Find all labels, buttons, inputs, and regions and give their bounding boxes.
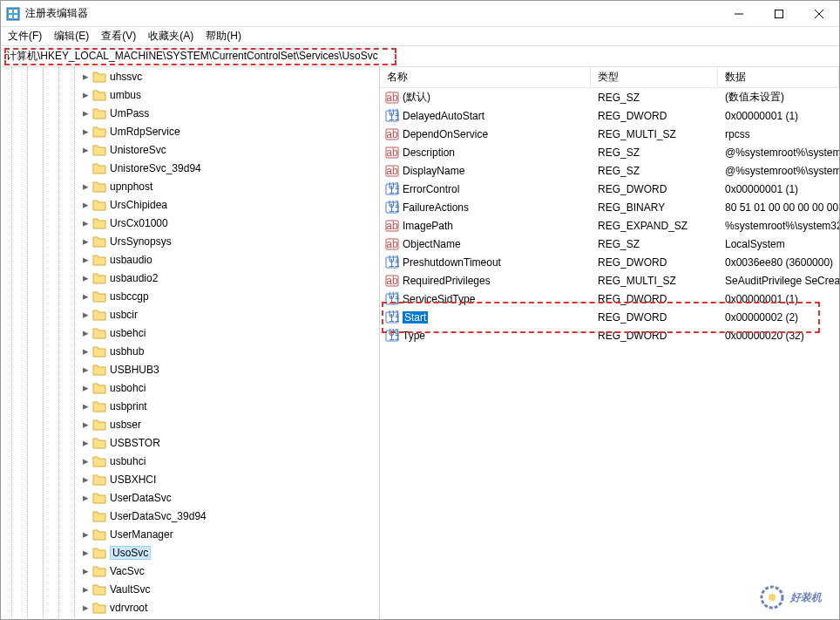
- tree-expand-icon[interactable]: ▸: [78, 381, 92, 394]
- tree-item[interactable]: ▸usbcir: [1, 305, 379, 324]
- tree-expand-icon[interactable]: ▸: [78, 308, 92, 321]
- value-row[interactable]: abDescriptionREG_SZ@%systemroot%\system3: [380, 143, 839, 161]
- address-input[interactable]: [1, 49, 839, 65]
- reg-binary-icon: 011110: [385, 255, 399, 269]
- tree-panel[interactable]: ▸uhssvc▸umbus▸UmPass▸UmRdpService▸Unisto…: [1, 67, 380, 620]
- tree-item[interactable]: ▸UrsChipidea: [1, 195, 379, 214]
- tree-expand-icon[interactable]: ▸: [78, 180, 92, 193]
- tree-item-label: USBXHCI: [110, 474, 156, 486]
- column-header-data[interactable]: 数据: [718, 67, 839, 87]
- tree-expand-icon[interactable]: ▸: [78, 363, 92, 376]
- value-type: REG_DWORD: [591, 293, 718, 305]
- tree-expand-icon[interactable]: ▸: [78, 290, 92, 303]
- tree-item[interactable]: ▸VaultSvc: [1, 580, 379, 598]
- column-header-name[interactable]: 名称: [380, 67, 591, 87]
- tree-item[interactable]: ▸UmPass: [1, 104, 379, 122]
- tree-item[interactable]: ▸usbohci: [1, 378, 379, 397]
- tree-expand-icon[interactable]: ▸: [78, 344, 92, 358]
- value-row[interactable]: abDependOnServiceREG_MULTI_SZrpcss: [380, 125, 839, 143]
- reg-binary-icon: 011110: [385, 109, 399, 123]
- column-header-type[interactable]: 类型: [591, 67, 718, 87]
- tree-item-label: USBHUB3: [110, 364, 159, 376]
- reg-string-icon: ab: [385, 274, 399, 288]
- values-panel: 名称 类型 数据 ab(默认)REG_SZ(数值未设置)011110Delaye…: [380, 67, 839, 620]
- value-row[interactable]: abObjectNameREG_SZLocalSystem: [380, 235, 839, 253]
- close-button[interactable]: [799, 1, 839, 27]
- menu-file[interactable]: 文件(F): [8, 29, 42, 44]
- maximize-button[interactable]: [759, 1, 799, 27]
- tree-expand-icon[interactable]: ▸: [78, 418, 92, 431]
- tree-item[interactable]: ▸VacSvc: [1, 562, 379, 580]
- value-data: 0x00000020 (32): [718, 330, 839, 342]
- value-row[interactable]: 011110ErrorControlREG_DWORD0x00000001 (1…: [380, 180, 839, 198]
- tree-item[interactable]: ▸UrsSynopsys: [1, 232, 379, 250]
- folder-icon: [92, 474, 106, 486]
- tree-item[interactable]: ▸usbhub: [1, 342, 379, 360]
- tree-expand-icon[interactable]: ▸: [78, 70, 92, 83]
- tree-item[interactable]: ▸USBXHCI: [1, 470, 379, 488]
- tree-expand-icon[interactable]: ▸: [78, 399, 92, 412]
- tree-item[interactable]: ▸UrsCx01000: [1, 214, 379, 232]
- value-row[interactable]: 011110FailureActionsREG_BINARY80 51 01 0…: [380, 198, 839, 216]
- tree-item[interactable]: ▸usbprint: [1, 397, 379, 415]
- tree-expand-icon[interactable]: ▸: [78, 583, 92, 596]
- tree-expand-icon[interactable]: ▸: [78, 88, 92, 101]
- tree-expand-icon[interactable]: ▸: [78, 198, 92, 211]
- tree-item[interactable]: ▸vdrvroot: [1, 598, 379, 617]
- tree-item[interactable]: ▸umbus: [1, 85, 379, 104]
- minimize-button[interactable]: [719, 1, 759, 27]
- tree-item-label: usbuhci: [110, 455, 146, 467]
- tree-item[interactable]: ▸upnphost: [1, 177, 379, 195]
- tree-item-label: umbus: [110, 89, 141, 101]
- menu-edit[interactable]: 编辑(E): [54, 29, 89, 44]
- value-row[interactable]: abRequiredPrivilegesREG_MULTI_SZSeAuditP…: [380, 271, 839, 290]
- menu-help[interactable]: 帮助(H): [206, 29, 241, 44]
- tree-expand-icon[interactable]: ▸: [78, 528, 92, 541]
- tree-item[interactable]: ▸UmRdpService: [1, 122, 379, 140]
- values-body[interactable]: ab(默认)REG_SZ(数值未设置)011110DelayedAutoStar…: [380, 88, 839, 620]
- tree-expand-icon[interactable]: ▸: [78, 564, 92, 577]
- tree-item[interactable]: ▸UserManager: [1, 525, 379, 543]
- tree-expand-icon[interactable]: ▸: [78, 436, 92, 449]
- tree-expand-icon[interactable]: ▸: [78, 216, 92, 229]
- tree-expand-icon[interactable]: ▸: [78, 454, 92, 467]
- value-row[interactable]: 011110StartREG_DWORD0x00000002 (2): [380, 308, 839, 326]
- tree-expand-icon[interactable]: ▸: [78, 546, 92, 559]
- tree-expand-icon[interactable]: ▸: [78, 271, 92, 284]
- tree-expand-icon[interactable]: ▸: [78, 253, 92, 266]
- tree-item[interactable]: ▸USBHUB3: [1, 360, 379, 378]
- tree-item[interactable]: UnistoreSvc_39d94: [1, 159, 379, 177]
- folder-icon: [92, 510, 106, 522]
- tree-item[interactable]: ▸usbaudio: [1, 250, 379, 269]
- tree-item[interactable]: UserDataSvc_39d94: [1, 507, 379, 525]
- tree-item[interactable]: ▸UserDataSvc: [1, 488, 379, 507]
- tree-item[interactable]: ▸usbuhci: [1, 452, 379, 470]
- value-row[interactable]: abImagePathREG_EXPAND_SZ%systemroot%\sys…: [380, 216, 839, 235]
- svg-rect-2: [14, 10, 17, 13]
- tree-item[interactable]: ▸uhssvc: [1, 67, 379, 85]
- value-row[interactable]: ab(默认)REG_SZ(数值未设置): [380, 88, 839, 106]
- tree-expand-icon[interactable]: ▸: [78, 235, 92, 248]
- tree-expand-icon[interactable]: ▸: [78, 491, 92, 504]
- tree-item[interactable]: ▸usbser: [1, 415, 379, 433]
- value-row[interactable]: 011110ServiceSidTypeREG_DWORD0x00000001 …: [380, 290, 839, 308]
- value-row[interactable]: 011110DelayedAutoStartREG_DWORD0x0000000…: [380, 106, 839, 125]
- menu-view[interactable]: 查看(V): [101, 29, 136, 44]
- tree-item[interactable]: ▸UsoSvc: [1, 543, 379, 562]
- tree-item[interactable]: ▸usbehci: [1, 324, 379, 342]
- tree-item[interactable]: ▸USBSTOR: [1, 433, 379, 452]
- tree-expand-icon[interactable]: ▸: [78, 473, 92, 486]
- tree-expand-icon[interactable]: ▸: [78, 106, 92, 119]
- value-row[interactable]: 011110PreshutdownTimeoutREG_DWORD0x0036e…: [380, 253, 839, 271]
- tree-item[interactable]: ▸vds: [1, 617, 379, 620]
- tree-item[interactable]: ▸usbaudio2: [1, 269, 379, 287]
- tree-expand-icon[interactable]: ▸: [78, 601, 92, 614]
- tree-expand-icon[interactable]: ▸: [78, 125, 92, 138]
- tree-expand-icon[interactable]: ▸: [78, 143, 92, 156]
- value-row[interactable]: 011110TypeREG_DWORD0x00000020 (32): [380, 326, 839, 344]
- value-row[interactable]: abDisplayNameREG_SZ@%systemroot%\system3: [380, 161, 839, 180]
- tree-item[interactable]: ▸usbccgp: [1, 287, 379, 305]
- menu-favorites[interactable]: 收藏夹(A): [148, 29, 193, 44]
- tree-item[interactable]: ▸UnistoreSvc: [1, 140, 379, 159]
- tree-expand-icon[interactable]: ▸: [78, 326, 92, 339]
